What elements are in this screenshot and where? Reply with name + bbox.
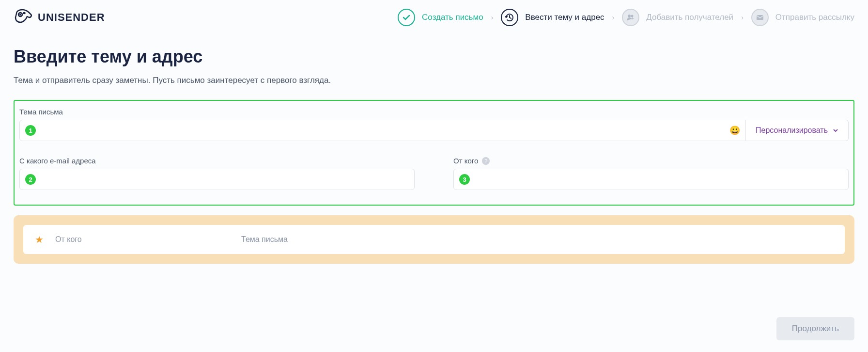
history-icon xyxy=(501,9,518,26)
step-add-recipients: Добавить получателей xyxy=(622,9,733,26)
logo-icon xyxy=(14,8,33,27)
from-name-wrap: 3 xyxy=(453,169,849,190)
page-title: Введите тему и адрес xyxy=(14,47,854,67)
wizard-stepper: Создать письмо › Ввести тему и адрес › Д… xyxy=(398,9,854,26)
step-subject-address[interactable]: Ввести тему и адрес xyxy=(501,9,604,26)
from-email-wrap: 2 xyxy=(19,169,415,190)
preview-card: ★ От кого Тема письма xyxy=(23,225,845,254)
logo-text: UNISENDER xyxy=(38,11,105,24)
step-create-email[interactable]: Создать письмо xyxy=(398,9,483,26)
subject-row: 1 😀 Персонализировать xyxy=(19,120,849,141)
annotation-badge-1: 1 xyxy=(25,125,36,136)
from-name-label: От кого ? xyxy=(453,157,849,165)
subject-input-wrap: 1 😀 xyxy=(19,120,746,141)
chevron-right-icon: › xyxy=(741,14,744,21)
svg-point-2 xyxy=(631,15,634,17)
subject-input[interactable] xyxy=(19,120,746,141)
annotation-badge-2: 2 xyxy=(25,174,36,185)
preview-from-text: От кого xyxy=(55,235,230,244)
two-column-row: С какого e-mail адреса 2 От кого ? 3 xyxy=(19,157,849,190)
chevron-down-icon xyxy=(833,128,838,133)
step-label: Отправить рассылку xyxy=(775,13,854,22)
page-content: Введите тему и адрес Тема и отправитель … xyxy=(0,35,868,275)
envelope-icon xyxy=(751,9,769,26)
step-label: Добавить получателей xyxy=(646,13,733,22)
step-send-campaign: Отправить рассылку xyxy=(751,9,854,26)
footer-actions: Продолжить xyxy=(776,317,854,340)
logo[interactable]: UNISENDER xyxy=(14,8,105,27)
continue-button[interactable]: Продолжить xyxy=(776,317,854,340)
preview-subject-text: Тема письма xyxy=(241,235,288,244)
svg-point-0 xyxy=(19,14,21,16)
personalize-label: Персонализировать xyxy=(756,126,828,135)
page-subtitle: Тема и отправитель сразу заметны. Пусть … xyxy=(14,76,854,85)
checkmark-icon xyxy=(398,9,415,26)
annotation-badge-3: 3 xyxy=(459,174,470,185)
from-name-col: От кого ? 3 xyxy=(453,157,849,190)
from-name-input[interactable] xyxy=(453,169,849,190)
svg-rect-3 xyxy=(757,15,763,20)
chevron-right-icon: › xyxy=(612,14,615,21)
app-header: UNISENDER Создать письмо › Ввести тему и… xyxy=(0,0,868,35)
star-icon[interactable]: ★ xyxy=(35,234,44,245)
form-highlight-box: Тема письма 1 😀 Персонализировать С како… xyxy=(14,100,854,206)
step-label: Ввести тему и адрес xyxy=(525,13,604,22)
subject-label: Тема письма xyxy=(19,108,849,116)
users-plus-icon xyxy=(622,9,639,26)
from-email-label: С какого e-mail адреса xyxy=(19,157,415,165)
emoji-icon[interactable]: 😀 xyxy=(729,125,740,136)
personalize-button[interactable]: Персонализировать xyxy=(746,120,849,141)
chevron-right-icon: › xyxy=(491,14,494,21)
from-email-input[interactable] xyxy=(19,169,415,190)
step-label: Создать письмо xyxy=(422,13,483,22)
from-email-col: С какого e-mail адреса 2 xyxy=(19,157,415,190)
svg-point-1 xyxy=(628,15,631,17)
preview-box: ★ От кого Тема письма xyxy=(14,215,854,264)
help-icon[interactable]: ? xyxy=(482,157,490,165)
